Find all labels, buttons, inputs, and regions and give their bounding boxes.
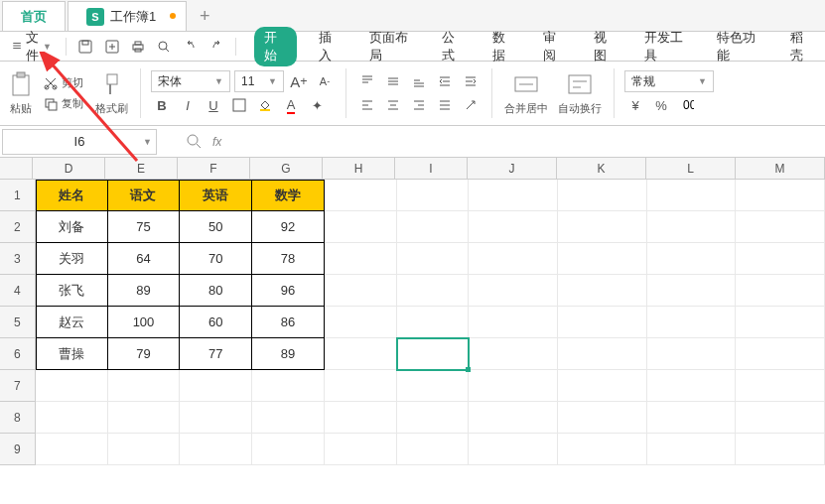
- cell-I8[interactable]: [397, 402, 470, 434]
- ribbon-tab-start[interactable]: 开始: [254, 27, 297, 66]
- number-format-select[interactable]: 常规▼: [624, 70, 714, 92]
- font-color-button[interactable]: A: [280, 94, 302, 116]
- border-button[interactable]: [228, 94, 250, 116]
- cell-I9[interactable]: [397, 434, 470, 465]
- cell-H9[interactable]: [325, 434, 397, 465]
- ribbon-tab-formula[interactable]: 公式: [436, 27, 471, 66]
- align-bottom-button[interactable]: [408, 70, 430, 92]
- print-button[interactable]: [127, 35, 149, 59]
- cell-K2[interactable]: [558, 211, 647, 243]
- new-tab-button[interactable]: +: [187, 1, 222, 31]
- ribbon-tab-view[interactable]: 视图: [588, 27, 622, 66]
- cell-I6[interactable]: [397, 338, 470, 370]
- column-header-K[interactable]: K: [557, 158, 646, 180]
- cell-L5[interactable]: [647, 307, 737, 338]
- cell-M9[interactable]: [736, 434, 825, 465]
- cell-F2[interactable]: 50: [180, 211, 252, 243]
- cell-D7[interactable]: [36, 370, 108, 402]
- cell-K8[interactable]: [558, 402, 647, 434]
- save-as-button[interactable]: [100, 35, 122, 59]
- font-size-select[interactable]: 11▼: [234, 70, 284, 92]
- cell-H5[interactable]: [325, 307, 397, 338]
- align-left-button[interactable]: [356, 94, 378, 116]
- italic-button[interactable]: I: [177, 94, 199, 116]
- cell-H3[interactable]: [325, 243, 397, 275]
- cell-E8[interactable]: [108, 402, 181, 434]
- fill-color-button[interactable]: [254, 94, 276, 116]
- cell-E3[interactable]: 64: [108, 243, 181, 275]
- cell-G8[interactable]: [252, 402, 325, 434]
- cell-H7[interactable]: [325, 370, 397, 402]
- name-box[interactable]: I6 ▼: [2, 129, 157, 155]
- ribbon-tab-layout[interactable]: 页面布局: [363, 27, 421, 66]
- cell-J9[interactable]: [469, 434, 558, 465]
- column-header-F[interactable]: F: [178, 158, 250, 180]
- column-header-D[interactable]: D: [33, 158, 105, 180]
- cell-D6[interactable]: 曹操: [36, 338, 108, 370]
- redo-button[interactable]: [206, 35, 227, 59]
- cell-J5[interactable]: [469, 307, 558, 338]
- cell-K7[interactable]: [558, 370, 647, 402]
- zoom-icon[interactable]: [187, 134, 203, 150]
- cell-H2[interactable]: [325, 211, 397, 243]
- cell-E6[interactable]: 79: [108, 338, 181, 370]
- row-header-1[interactable]: 1: [0, 180, 36, 211]
- column-header-I[interactable]: I: [395, 158, 468, 180]
- file-menu-button[interactable]: 文件 ▼: [6, 29, 58, 64]
- row-header-2[interactable]: 2: [0, 211, 36, 243]
- ribbon-tab-review[interactable]: 审阅: [537, 27, 572, 66]
- cell-M1[interactable]: [736, 180, 825, 211]
- orientation-button[interactable]: [460, 94, 481, 116]
- cell-I7[interactable]: [397, 370, 470, 402]
- wrap-text-button[interactable]: 自动换行: [556, 71, 604, 116]
- cell-G3[interactable]: 78: [252, 243, 325, 275]
- ribbon-tab-insert[interactable]: 插入: [313, 27, 347, 66]
- cell-D9[interactable]: [36, 434, 108, 465]
- cell-J1[interactable]: [469, 180, 558, 211]
- cell-F4[interactable]: 80: [180, 275, 252, 307]
- percent-button[interactable]: %: [650, 94, 672, 116]
- cell-J3[interactable]: [469, 243, 558, 275]
- cell-L2[interactable]: [647, 211, 737, 243]
- currency-button[interactable]: ¥: [624, 94, 646, 116]
- cell-K1[interactable]: [558, 180, 647, 211]
- ribbon-tab-data[interactable]: 数据: [486, 27, 521, 66]
- align-top-button[interactable]: [356, 70, 378, 92]
- cell-F3[interactable]: 70: [180, 243, 252, 275]
- cell-F9[interactable]: [180, 434, 252, 465]
- cell-I2[interactable]: [397, 211, 470, 243]
- cell-F6[interactable]: 77: [180, 338, 252, 370]
- cell-M8[interactable]: [736, 402, 825, 434]
- row-header-7[interactable]: 7: [0, 370, 36, 402]
- cell-K4[interactable]: [558, 275, 647, 307]
- column-header-G[interactable]: G: [250, 158, 323, 180]
- cell-K5[interactable]: [558, 307, 647, 338]
- cell-D3[interactable]: 关羽: [36, 243, 108, 275]
- effects-button[interactable]: ✦: [306, 94, 328, 116]
- cell-I5[interactable]: [397, 307, 470, 338]
- cell-E9[interactable]: [108, 434, 181, 465]
- tab-workbook[interactable]: S 工作簿1: [68, 1, 187, 31]
- cell-E7[interactable]: [108, 370, 181, 402]
- cell-D2[interactable]: 刘备: [36, 211, 108, 243]
- cell-K9[interactable]: [558, 434, 647, 465]
- fx-label[interactable]: fx: [212, 135, 221, 149]
- cell-F1[interactable]: 英语: [180, 180, 252, 211]
- cell-M3[interactable]: [736, 243, 825, 275]
- column-header-L[interactable]: L: [646, 158, 736, 180]
- cell-G9[interactable]: [252, 434, 325, 465]
- font-name-select[interactable]: 宋体▼: [151, 70, 230, 92]
- cell-E1[interactable]: 语文: [108, 180, 181, 211]
- cell-G5[interactable]: 86: [252, 307, 325, 338]
- cell-M6[interactable]: [736, 338, 825, 370]
- row-header-4[interactable]: 4: [0, 275, 36, 307]
- column-header-J[interactable]: J: [468, 158, 557, 180]
- cell-M7[interactable]: [736, 370, 825, 402]
- cell-E2[interactable]: 75: [108, 211, 181, 243]
- cell-D4[interactable]: 张飞: [36, 275, 108, 307]
- cell-J7[interactable]: [469, 370, 558, 402]
- print-preview-button[interactable]: [153, 35, 175, 59]
- column-header-M[interactable]: M: [736, 158, 825, 180]
- cell-J2[interactable]: [469, 211, 558, 243]
- cell-J6[interactable]: [469, 338, 558, 370]
